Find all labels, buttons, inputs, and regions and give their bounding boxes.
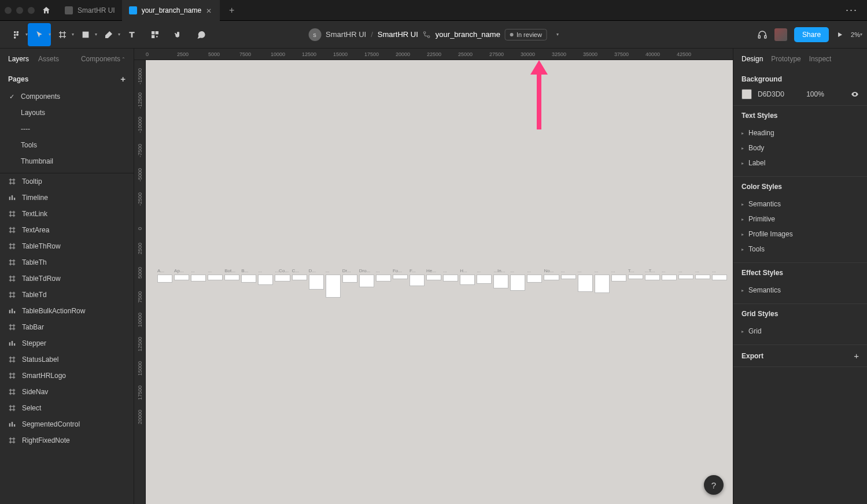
canvas-frame[interactable]: D... xyxy=(309,268,324,290)
layer-item[interactable]: SmartHRLogo xyxy=(0,368,134,384)
add-export-button[interactable]: + xyxy=(854,351,859,361)
style-item[interactable]: ▸Profile Images xyxy=(741,227,859,242)
layer-item[interactable]: Select xyxy=(0,400,134,416)
tab-branch[interactable]: your_branch_name ✕ xyxy=(122,0,220,21)
close-icon[interactable]: ✕ xyxy=(206,7,213,14)
canvas-frame[interactable]: ... xyxy=(510,268,525,291)
layer-item[interactable]: TableBulkActionRow xyxy=(0,303,134,319)
canvas-frame[interactable]: ... xyxy=(477,268,492,284)
help-button[interactable]: ? xyxy=(704,475,724,495)
pen-tool-button[interactable] xyxy=(97,23,120,46)
layer-item[interactable]: Timeline xyxy=(0,190,134,206)
team-name[interactable]: SmartHR UI xyxy=(326,30,366,39)
tab-assets[interactable]: Assets xyxy=(38,55,59,63)
page-selector[interactable]: Components ⌃ xyxy=(81,55,126,63)
frame-tool-button[interactable] xyxy=(51,23,74,46)
review-status-badge[interactable]: In review xyxy=(505,29,547,40)
canvas-frame[interactable]: ...T... xyxy=(645,268,660,280)
canvas-frame[interactable]: B... xyxy=(241,268,256,283)
layer-item[interactable]: TextArea xyxy=(0,222,134,238)
tab-design[interactable]: Design xyxy=(741,55,763,63)
layer-item[interactable]: TableTh xyxy=(0,254,134,270)
canvas-frame[interactable]: A... xyxy=(157,268,172,283)
layer-item[interactable]: SideNav xyxy=(0,384,134,400)
canvas-frame[interactable]: ... xyxy=(712,268,727,280)
add-page-button[interactable]: + xyxy=(120,74,126,84)
canvas-frame[interactable]: F... xyxy=(409,268,425,286)
share-button[interactable]: Share xyxy=(794,27,829,42)
canvas-frame[interactable]: ... xyxy=(695,268,710,279)
page-item[interactable]: Tools xyxy=(0,137,134,153)
team-avatar[interactable]: s xyxy=(308,28,321,41)
layer-item[interactable]: Tooltip xyxy=(0,173,134,190)
play-icon[interactable] xyxy=(836,31,844,39)
canvas-frame[interactable]: Bot... xyxy=(224,268,239,280)
branch-name[interactable]: your_branch_name xyxy=(436,30,500,39)
layer-item[interactable]: TabBar xyxy=(0,319,134,335)
chevron-down-icon[interactable]: ▾ xyxy=(556,32,559,37)
canvas-frame[interactable]: ... xyxy=(662,268,677,280)
figma-menu-button[interactable] xyxy=(5,23,28,46)
layer-item[interactable]: Stepper xyxy=(0,335,134,351)
add-tab-button[interactable]: + xyxy=(224,5,239,16)
layer-item[interactable]: TableThRow xyxy=(0,238,134,254)
style-item[interactable]: ▸Grid xyxy=(741,324,859,339)
canvas-frame[interactable]: C... xyxy=(292,268,307,280)
canvas-frame[interactable]: Dro... xyxy=(359,268,374,287)
tab-smarthr-ui[interactable]: SmartHR UI xyxy=(58,0,122,21)
comment-tool-button[interactable] xyxy=(190,23,213,46)
tab-inspect[interactable]: Inspect xyxy=(809,55,832,63)
resources-button[interactable] xyxy=(143,23,167,46)
layer-item[interactable]: RightFixedNote xyxy=(0,432,134,449)
tab-layers[interactable]: Layers xyxy=(8,55,29,63)
window-traffic-lights[interactable] xyxy=(5,7,35,14)
overflow-menu-button[interactable]: ··· xyxy=(841,4,862,16)
canvas-frame[interactable]: ... xyxy=(443,268,458,281)
canvas-frame[interactable]: T... xyxy=(628,268,643,279)
style-item[interactable]: ▸Body xyxy=(741,140,859,155)
canvas-frame[interactable]: ... xyxy=(678,268,693,279)
layer-item[interactable]: SegmentedControl xyxy=(0,416,134,432)
file-name[interactable]: SmartHR UI xyxy=(378,30,418,39)
bg-color-value[interactable]: D6D3D0 xyxy=(758,90,784,98)
canvas-frame[interactable]: ...In... xyxy=(493,268,508,288)
zoom-level[interactable]: 2% ▾ xyxy=(851,31,862,38)
layer-item[interactable]: TextLink xyxy=(0,206,134,222)
page-item[interactable]: ---- xyxy=(0,121,134,137)
style-item[interactable]: ▸Label xyxy=(741,155,859,171)
canvas-frame[interactable]: Fo... xyxy=(393,268,408,279)
canvas-frame[interactable]: ... xyxy=(527,268,542,283)
bg-opacity[interactable]: 100% xyxy=(806,90,824,98)
canvas-frame[interactable]: ... xyxy=(595,268,610,293)
style-item[interactable]: ▸Semantics xyxy=(741,283,859,298)
move-tool-button[interactable] xyxy=(28,23,51,46)
headphones-icon[interactable] xyxy=(757,29,768,40)
canvas-frame[interactable]: ... xyxy=(326,268,341,298)
hand-tool-button[interactable] xyxy=(167,23,190,46)
canvas-frame[interactable]: Ap... xyxy=(174,268,189,280)
style-item[interactable]: ▸Heading xyxy=(741,125,859,140)
tab-prototype[interactable]: Prototype xyxy=(771,55,800,63)
canvas-frame[interactable]: ... xyxy=(191,268,206,281)
canvas-frame[interactable]: ... xyxy=(611,268,626,281)
canvas[interactable]: A...Ap.........Bot...B.........Co...C...… xyxy=(146,60,733,504)
layer-item[interactable]: TableTd xyxy=(0,287,134,303)
style-item[interactable]: ▸Primitive xyxy=(741,212,859,227)
bg-color-swatch[interactable] xyxy=(741,89,752,99)
shape-tool-button[interactable] xyxy=(74,23,97,46)
canvas-frame[interactable]: ...Co... xyxy=(275,268,290,281)
home-icon[interactable] xyxy=(42,6,51,15)
style-item[interactable]: ▸Semantics xyxy=(741,197,859,212)
canvas-frame[interactable]: ... xyxy=(376,268,391,281)
canvas-frame[interactable]: ... xyxy=(208,268,223,280)
canvas-frame[interactable]: H... xyxy=(460,268,475,285)
page-item[interactable]: Components xyxy=(0,88,134,105)
page-item[interactable]: Thumbnail xyxy=(0,153,134,169)
canvas-frame[interactable]: ... xyxy=(258,268,273,285)
layer-item[interactable]: StatusLabel xyxy=(0,351,134,368)
canvas-frame[interactable]: ... xyxy=(578,268,593,292)
canvas-frame[interactable]: ... xyxy=(561,268,576,279)
canvas-frame[interactable]: Dr... xyxy=(342,268,357,283)
text-tool-button[interactable] xyxy=(120,23,143,46)
canvas-frame[interactable]: He... xyxy=(426,268,441,280)
